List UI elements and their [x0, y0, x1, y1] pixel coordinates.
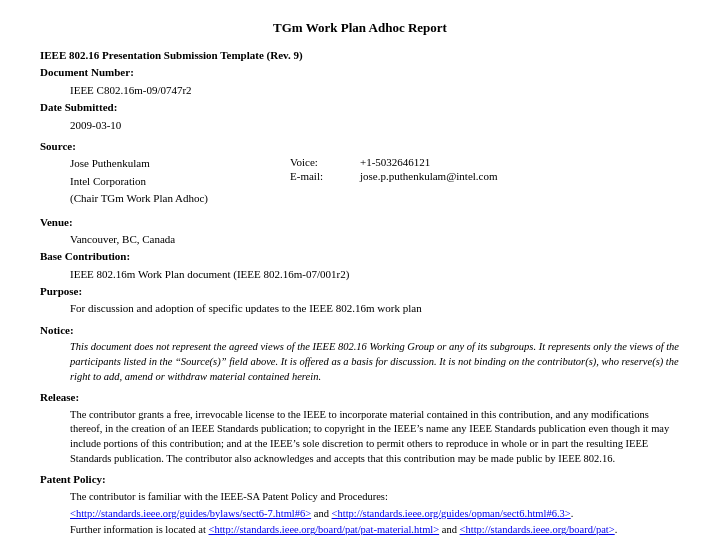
email-value: jose.p.puthenkulam@intel.com: [360, 170, 498, 182]
presentation-title: IEEE 802.16 Presentation Submission Temp…: [40, 48, 680, 63]
patent-link4[interactable]: <http://standards.ieee.org/board/pat>: [460, 524, 615, 535]
period2: .: [615, 524, 618, 535]
notice-text: This document does not represent the agr…: [40, 340, 680, 384]
patent-links-1: <http://standards.ieee.org/guides/bylaws…: [70, 507, 680, 522]
source-label: Source:: [40, 139, 680, 154]
date-label-text: Date Submitted:: [40, 101, 117, 113]
source-label-text: Source:: [40, 140, 76, 152]
patent-label-text: Patent Policy:: [40, 473, 106, 485]
page-container: TGm Work Plan Adhoc Report IEEE 802.16 P…: [0, 0, 720, 540]
source-chair: (Chair TGm Work Plan Adhoc): [70, 191, 290, 206]
notice-label-text: Notice:: [40, 324, 74, 336]
patent-section: The contributor is familiar with the IEE…: [40, 490, 680, 538]
source-row: Jose Puthenkulam Intel Corporation (Chai…: [40, 156, 680, 208]
venue-label-text: Venue:: [40, 216, 73, 228]
doc-number-value: IEEE C802.16m-09/0747r2: [40, 83, 680, 98]
notice-label: Notice:: [40, 323, 680, 338]
patent-link1[interactable]: <http://standards.ieee.org/guides/bylaws…: [70, 508, 311, 519]
voice-value: +1-5032646121: [360, 156, 498, 168]
purpose-label: Purpose:: [40, 284, 680, 299]
period1: .: [571, 508, 574, 519]
source-name-col: Jose Puthenkulam Intel Corporation (Chai…: [70, 156, 290, 208]
patent-link3[interactable]: <http://standards.ieee.org/board/pat/pat…: [209, 524, 440, 535]
release-label: Release:: [40, 390, 680, 405]
page-title: TGm Work Plan Adhoc Report: [40, 20, 680, 36]
patent-links-2: Further information is located at <http:…: [70, 523, 680, 538]
patent-text1-span: The contributor is familiar with the IEE…: [70, 491, 388, 502]
email-label: E-mail:: [290, 170, 360, 182]
patent-text2-span: Further information is located at: [70, 524, 206, 535]
email-row: E-mail: jose.p.puthenkulam@intel.com: [290, 170, 498, 182]
release-text: The contributor grants a free, irrevocab…: [40, 408, 680, 467]
purpose-label-text: Purpose:: [40, 285, 82, 297]
base-label-text: Base Contribution:: [40, 250, 130, 262]
venue-label: Venue:: [40, 215, 680, 230]
voice-row: Voice: +1-5032646121: [290, 156, 498, 168]
date-label: Date Submitted:: [40, 100, 680, 115]
base-value: IEEE 802.16m Work Plan document (IEEE 80…: [40, 267, 680, 282]
venue-value: Vancouver, BC, Canada: [40, 232, 680, 247]
patent-and1: and: [314, 508, 332, 519]
patent-link2[interactable]: <http://standards.ieee.org/guides/opman/…: [332, 508, 571, 519]
patent-text1: The contributor is familiar with the IEE…: [70, 490, 680, 505]
patent-and2: and: [442, 524, 460, 535]
source-org: Intel Corporation: [70, 174, 290, 189]
date-value: 2009-03-10: [40, 118, 680, 133]
source-name: Jose Puthenkulam: [70, 156, 290, 171]
purpose-value: For discussion and adoption of specific …: [40, 301, 680, 316]
doc-number-label: Document Number:: [40, 65, 680, 80]
source-contact-col: Voice: +1-5032646121 E-mail: jose.p.puth…: [290, 156, 498, 182]
base-label: Base Contribution:: [40, 249, 680, 264]
voice-label: Voice:: [290, 156, 360, 168]
patent-label: Patent Policy:: [40, 472, 680, 487]
release-label-text: Release:: [40, 391, 79, 403]
doc-number-label-text: Document Number:: [40, 66, 134, 78]
